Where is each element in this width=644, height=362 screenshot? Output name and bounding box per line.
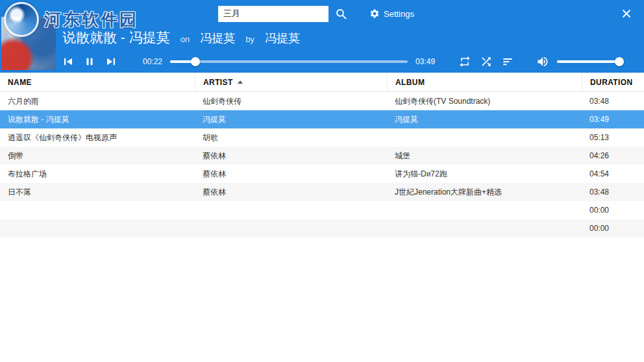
- table-header: NAME ARTIST ALBUM DURATION: [0, 73, 644, 92]
- now-playing-album: 冯提莫: [200, 30, 235, 46]
- track-name: 六月的雨: [0, 96, 195, 107]
- table-row[interactable]: 布拉格广场 蔡依林 讲为猫-Dи72跑 04:54: [0, 165, 644, 183]
- search-input[interactable]: [218, 6, 328, 22]
- repeat-icon[interactable]: [458, 55, 471, 68]
- next-track-button[interactable]: [105, 56, 117, 67]
- table-row[interactable]: 六月的雨 仙剑奇侠传 仙剑奇侠传(TV Soundtrack) 03:48: [0, 92, 644, 110]
- settings-button[interactable]: Settings: [369, 8, 414, 19]
- total-time: 03:49: [415, 57, 435, 66]
- track-album: J世紀Jeneration大牌新曲+精选: [387, 187, 582, 198]
- track-duration: 03:48: [582, 187, 644, 197]
- track-duration: 03:49: [582, 115, 644, 124]
- track-duration: 00:00: [582, 224, 644, 233]
- album-art: [1, 17, 56, 70]
- column-header-album[interactable]: ALBUM: [387, 73, 582, 91]
- track-artist: 蔡依林: [195, 187, 387, 198]
- now-playing-line: 说散就散 - 冯提莫 on 冯提莫 by 冯提莫: [62, 29, 644, 47]
- track-duration: 04:26: [582, 151, 644, 160]
- track-artist: 冯提莫: [195, 114, 387, 125]
- table-row[interactable]: 逍遥叹《仙剑奇侠传》电视原声 胡歌 05:13: [0, 128, 644, 147]
- track-album: 讲为猫-Dи72跑: [387, 169, 582, 180]
- column-header-duration[interactable]: DURATION: [582, 73, 644, 91]
- track-duration: 04:54: [582, 169, 644, 178]
- column-header-name[interactable]: NAME: [0, 73, 195, 91]
- table-row[interactable]: 00:00: [0, 219, 644, 237]
- on-label: on: [180, 34, 190, 44]
- track-album: 仙剑奇侠传(TV Soundtrack): [387, 96, 582, 107]
- settings-label: Settings: [384, 9, 414, 19]
- sort-ascending-icon: [238, 80, 243, 84]
- playback-controls: 00:22 03:49: [62, 54, 644, 69]
- pause-button[interactable]: [84, 56, 95, 67]
- column-header-artist[interactable]: ARTIST: [195, 73, 387, 91]
- progress-handle[interactable]: [191, 57, 200, 66]
- close-button[interactable]: [622, 9, 631, 18]
- volume-icon[interactable]: [536, 55, 549, 68]
- previous-track-button[interactable]: [62, 56, 74, 67]
- track-artist: 蔡依林: [195, 169, 387, 180]
- filter-sort-icon[interactable]: [501, 55, 514, 68]
- shuffle-icon[interactable]: [480, 55, 493, 68]
- track-name: 逍遥叹《仙剑奇侠传》电视原声: [0, 132, 195, 143]
- elapsed-time: 00:22: [143, 57, 162, 66]
- volume-handle[interactable]: [615, 57, 624, 66]
- track-name: 倒带: [0, 151, 195, 162]
- track-name: 说散就散 - 冯提莫: [0, 114, 195, 125]
- now-playing-title: 说散就散 - 冯提莫: [62, 29, 170, 47]
- gear-icon: [369, 8, 380, 19]
- track-duration: 05:13: [582, 133, 644, 142]
- volume-slider[interactable]: [557, 60, 619, 63]
- table-row[interactable]: 倒带 蔡依林 城堡 04:26: [0, 147, 644, 165]
- track-album: 冯提莫: [387, 114, 582, 125]
- now-playing-area: 说散就散 - 冯提莫 on 冯提莫 by 冯提莫: [62, 23, 644, 69]
- table-row[interactable]: 说散就散 - 冯提莫 冯提莫 冯提莫 03:49: [0, 110, 644, 128]
- track-name: 布拉格广场: [0, 169, 195, 180]
- track-duration: 00:00: [582, 206, 644, 215]
- playback-mode-icons: [458, 55, 514, 68]
- search-icon[interactable]: [335, 8, 347, 20]
- table-row[interactable]: 日不落 蔡依林 J世紀Jeneration大牌新曲+精选 03:48: [0, 183, 644, 201]
- progress-slider[interactable]: [170, 60, 408, 63]
- volume-fill: [557, 60, 619, 63]
- track-album: 城堡: [387, 151, 582, 162]
- track-name: 日不落: [0, 187, 195, 198]
- track-artist: 仙剑奇侠传: [195, 96, 387, 107]
- track-list: 六月的雨 仙剑奇侠传 仙剑奇侠传(TV Soundtrack) 03:48 说散…: [0, 92, 644, 237]
- now-playing-artist: 冯提莫: [265, 30, 300, 46]
- track-duration: 03:48: [582, 97, 644, 106]
- track-artist: 蔡依林: [195, 151, 387, 162]
- player-header: Settings 说散就散 - 冯提莫 on 冯提莫 by 冯提莫: [0, 0, 644, 73]
- music-player-window: 河东软件园 Settings: [0, 0, 644, 362]
- table-row[interactable]: 00:00: [0, 201, 644, 219]
- by-label: by: [245, 34, 254, 44]
- track-table: NAME ARTIST ALBUM DURATION 六月的雨 仙剑奇侠传 仙剑…: [0, 73, 644, 362]
- track-artist: 胡歌: [195, 132, 387, 143]
- titlebar: Settings: [0, 0, 644, 23]
